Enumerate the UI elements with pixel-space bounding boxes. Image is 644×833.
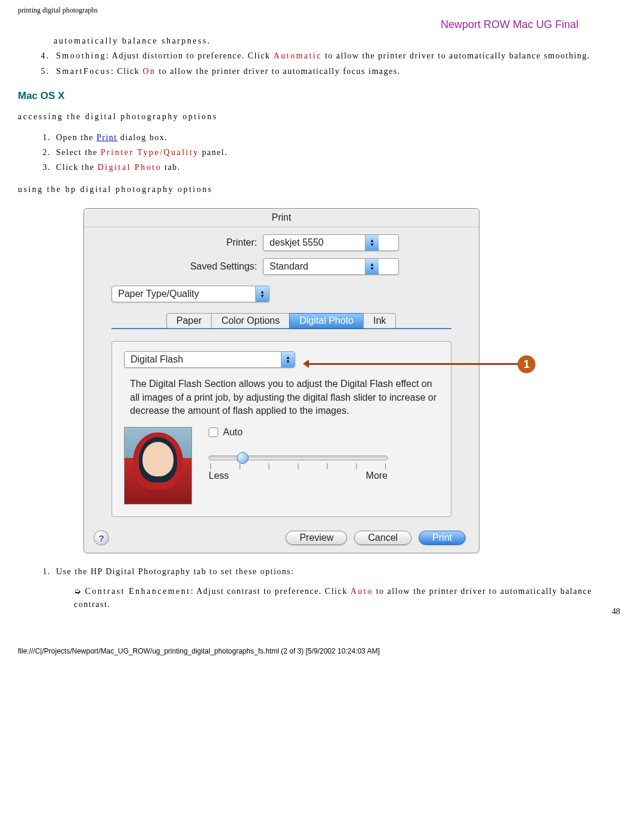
panel-value: Paper Type/Quality — [112, 289, 255, 299]
s3b: tab. — [162, 163, 181, 172]
printer-select[interactable]: deskjet 5550 ▲▼ — [263, 234, 399, 251]
digital-flash-value: Digital Flash — [125, 354, 281, 365]
after-line1: Use the HP Digital Photography tab to se… — [56, 567, 295, 576]
saved-value: Standard — [264, 261, 365, 272]
s3a: Click the — [56, 163, 97, 172]
page-number: 48 — [612, 607, 620, 617]
printer-value: deskjet 5550 — [264, 237, 365, 248]
item4-label: Smoothing — [56, 51, 106, 60]
page-header: printing digital photographs — [18, 6, 626, 15]
callout-1: 1 — [518, 355, 535, 373]
s1b: dialog box. — [117, 133, 168, 142]
s2b: panel. — [199, 148, 228, 157]
tabs: Paper Color Options Digital Photo Ink — [84, 313, 479, 329]
print-dialog: Print Printer: deskjet 5550 ▲▼ Saved Set… — [83, 208, 479, 553]
s3red: Digital Photo — [97, 163, 162, 172]
ce-label: Contrast Enhancement — [85, 587, 191, 596]
saved-label: Saved Settings: — [84, 261, 263, 272]
watermark: Newport ROW Mac UG Final — [18, 18, 578, 31]
using-title: using the hp digital photography options — [18, 183, 626, 196]
ce-t1: : Adjust contrast to preference. Click — [191, 587, 351, 596]
item5-label: SmartFocus — [56, 67, 111, 76]
updown-icon: ▲▼ — [365, 235, 379, 250]
after-step-1: Use the HP Digital Photography tab to se… — [54, 565, 626, 611]
preview-thumbnail — [124, 427, 192, 504]
auto-checkbox[interactable] — [209, 428, 218, 437]
digital-flash-select[interactable]: Digital Flash ▲▼ — [124, 351, 295, 368]
tab-paper[interactable]: Paper — [166, 313, 212, 329]
tab-digital-photo[interactable]: Digital Photo — [289, 313, 364, 329]
print-link[interactable]: Print — [97, 133, 117, 142]
updown-icon: ▲▼ — [255, 286, 269, 302]
accessing-title: accessing the digital photography option… — [18, 110, 626, 123]
slider-thumb[interactable] — [237, 452, 249, 464]
flash-slider[interactable]: ||||||| Less More — [209, 456, 388, 481]
footer-path: file:///C|/Projects/Newport/Mac_UG_ROW/u… — [18, 647, 626, 655]
help-button[interactable]: ? — [94, 530, 109, 546]
item4-highlight: Automatic — [273, 51, 322, 60]
item4-t1: : Adjust distortion to preference. Click — [106, 51, 273, 60]
item4-t2: to allow the printer driver to automatic… — [322, 51, 590, 60]
s2red: Printer Type/Quality — [101, 148, 199, 157]
saved-select[interactable]: Standard ▲▼ — [263, 258, 399, 275]
macosx-heading: Mac OS X — [18, 90, 626, 102]
item-5: SmartFocus: Click On to allow the printe… — [54, 65, 626, 78]
item5-t1: : Click — [111, 67, 143, 76]
panel-select[interactable]: Paper Type/Quality ▲▼ — [112, 286, 270, 302]
tab-color[interactable]: Color Options — [211, 313, 290, 329]
printer-label: Printer: — [84, 237, 263, 248]
digital-photo-panel: Digital Flash ▲▼ The Digital Flash Secti… — [112, 341, 451, 517]
s2a: Select the — [56, 148, 101, 157]
ce-red: Auto — [351, 587, 373, 596]
preview-button[interactable]: Preview — [286, 531, 347, 545]
updown-icon: ▲▼ — [365, 259, 379, 274]
slider-more: More — [366, 470, 388, 481]
callout-line — [306, 363, 520, 365]
step-1: Open the Print dialog box. — [54, 131, 626, 144]
item-4: Smoothing: Adjust distortion to preferen… — [54, 49, 626, 63]
slider-less: Less — [209, 470, 229, 481]
step-2: Select the Printer Type/Quality panel. — [54, 146, 626, 159]
item5-highlight: On — [143, 67, 156, 76]
cont-sharpness: automatically balance sharpness. — [54, 35, 626, 48]
cancel-button[interactable]: Cancel — [354, 531, 411, 545]
print-button[interactable]: Print — [419, 531, 466, 545]
s1a: Open the — [56, 133, 97, 142]
panel-description: The Digital Flash Section allows you to … — [130, 377, 439, 417]
tab-ink[interactable]: Ink — [363, 313, 396, 329]
dialog-title: Print — [84, 209, 479, 227]
updown-icon: ▲▼ — [281, 352, 295, 367]
auto-label: Auto — [223, 427, 243, 438]
item5-t2: to allow the printer driver to automatic… — [156, 67, 400, 76]
step-3: Click the Digital Photo tab. — [54, 161, 626, 174]
